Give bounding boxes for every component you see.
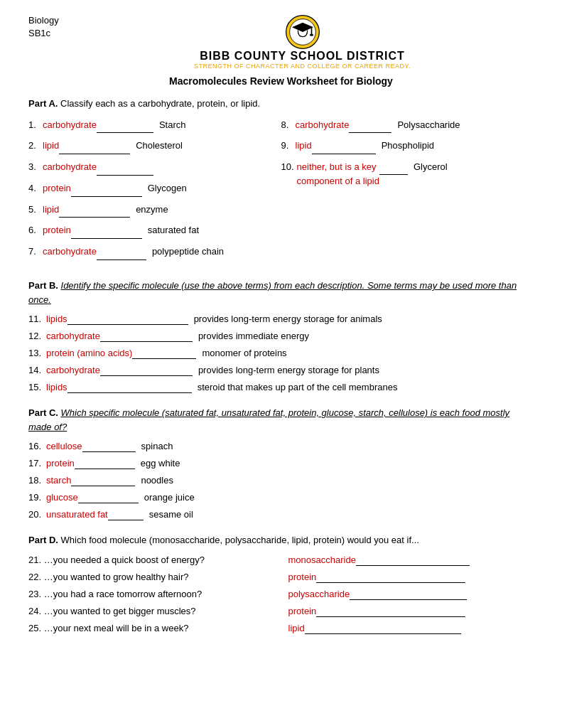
list-item: 9. lipid Phospholipid (281, 139, 534, 154)
blank (356, 555, 470, 566)
item-answer: unsaturated fat (46, 509, 108, 520)
item-answer: carbohydrate (43, 118, 97, 133)
part-a-columns: 1. carbohydrate Starch 2. lipid Choleste… (28, 118, 534, 267)
school-logo-icon (285, 14, 320, 50)
item-answer: cellulose (46, 441, 82, 451)
part-b-header: Part B. Identify the specific molecule (… (28, 279, 534, 306)
list-item: 15. lipids steroid that makes up part of… (28, 382, 534, 393)
list-item: 25. …your next meal will be in a week? l… (28, 623, 534, 634)
list-item: 2. lipid Cholesterol (28, 139, 281, 154)
item-num: 2. (28, 139, 43, 154)
item-label: Polysaccharide (397, 118, 460, 133)
svg-point-4 (310, 34, 313, 36)
item-answer: lipid (43, 203, 59, 218)
part-d-header: Part D. Which food molecule (monosacchar… (28, 533, 534, 547)
item-answer: lipids (46, 382, 67, 392)
item-label: egg white (141, 458, 180, 469)
list-item: 16. cellulose spinach (28, 441, 534, 452)
item-answer: lipid (43, 139, 59, 154)
item-label: orange juice (144, 492, 195, 503)
part-c-header: Part C. Which specific molecule (saturat… (28, 406, 534, 434)
blank (312, 139, 376, 154)
list-item: 7. carbohydrate polypeptide chain (28, 245, 281, 260)
item-answer: lipids (46, 314, 67, 324)
blank (316, 572, 465, 583)
part-d-question: 25. …your next meal will be in a week? (28, 623, 274, 633)
part-b-label: Part B. (28, 280, 58, 291)
blank (100, 365, 193, 376)
blank (97, 160, 153, 176)
item-label: monomer of proteins (202, 348, 286, 358)
part-c-label: Part C. (28, 407, 58, 418)
part-b-section: Part B. Identify the specific molecule (… (28, 279, 534, 393)
item-label: provides long-term energy storage for an… (194, 314, 382, 324)
item-answer: neither, but is a keycomponent of a lipi… (297, 160, 379, 188)
item-num: 19. (28, 492, 46, 503)
list-item: 21. …you needed a quick boost of energy?… (28, 555, 534, 566)
item-label: Glycogen (148, 181, 187, 196)
list-item: 6. protein saturated fat (28, 223, 281, 239)
worksheet-title: Macromolecules Review Worksheet for Biol… (28, 75, 534, 87)
part-a-instruction: Classify each as a carbohydrate, protein… (58, 98, 260, 109)
item-label: Glycerol (414, 160, 448, 174)
item-label: steroid that makes up part of the cell m… (198, 382, 398, 392)
list-item: 18. starch noodles (28, 475, 534, 486)
blank (108, 509, 144, 520)
part-d-section: Part D. Which food molecule (monosacchar… (28, 533, 534, 634)
blank (350, 589, 467, 600)
item-label: Starch (159, 118, 186, 133)
list-item: 5. lipid enzyme (28, 203, 281, 218)
blank (71, 181, 142, 197)
item-num: 15. (28, 382, 46, 392)
blank (379, 160, 408, 175)
part-d-answer: polysaccharide (288, 589, 534, 600)
item-num: 18. (28, 475, 46, 486)
list-item: 19. glucose orange juice (28, 492, 534, 503)
part-b-instruction: Identify the specific molecule (use the … (28, 280, 517, 305)
item-num: 7. (28, 245, 43, 259)
svg-rect-3 (310, 27, 312, 34)
blank (67, 382, 192, 393)
item-answer: protein (43, 223, 71, 238)
item-num: 6. (28, 223, 43, 238)
item-answer: starch (46, 475, 71, 486)
part-d-answer: lipid (288, 623, 534, 634)
list-item: 8. carbohydrate Polysaccharide (281, 118, 534, 134)
blank (75, 458, 135, 469)
part-d-question: 21. …you needed a quick boost of energy? (28, 555, 274, 565)
list-item: 22. …you wanted to grow healthy hair? pr… (28, 572, 534, 583)
part-a-label: Part A. (28, 98, 58, 109)
blank (100, 331, 193, 342)
blank (132, 348, 196, 359)
part-d-question: 22. …you wanted to grow healthy hair? (28, 572, 274, 582)
item-num: 5. (28, 203, 43, 218)
blank (316, 606, 465, 617)
item-answer: lipid (296, 139, 312, 154)
part-c-section: Part C. Which specific molecule (saturat… (28, 406, 534, 520)
part-a-section: Part A. Classify each as a carbohydrate,… (28, 97, 534, 266)
item-answer: protein (43, 181, 71, 196)
course-name: Biology (28, 14, 71, 27)
part-d-label: Part D. (28, 535, 58, 545)
item-num: 12. (28, 331, 46, 341)
item-num: 16. (28, 441, 46, 451)
blank (67, 314, 188, 325)
item-label: saturated fat (148, 223, 199, 238)
item-label: enzyme (136, 203, 168, 218)
list-item: 20. unsaturated fat sesame oil (28, 509, 534, 520)
item-answer: protein (46, 458, 75, 469)
blank (349, 118, 391, 134)
item-answer: carbohydrate (46, 331, 100, 341)
blank (97, 245, 146, 260)
item-answer: polysaccharide (288, 589, 350, 599)
item-label: Phospholipid (382, 139, 434, 154)
item-num: 3. (28, 160, 43, 175)
item-num: 4. (28, 181, 43, 196)
list-item: 12. carbohydrate provides immediate ener… (28, 331, 534, 342)
item-label: provides long-term energy storage for pl… (198, 365, 379, 375)
logo-area: BIBB COUNTY SCHOOL DISTRICT STRENGTH OF … (71, 14, 534, 70)
item-num: 14. (28, 365, 46, 375)
district-name: BIBB COUNTY SCHOOL DISTRICT (200, 50, 405, 63)
list-item: 13. protein (amino acids) monomer of pro… (28, 348, 534, 359)
item-answer: lipid (288, 623, 305, 633)
